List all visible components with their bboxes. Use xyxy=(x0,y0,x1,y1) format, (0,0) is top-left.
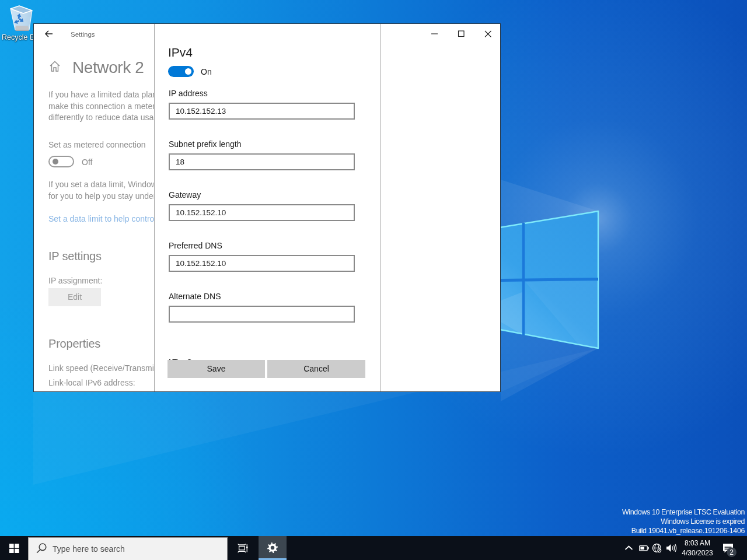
svg-text:2: 2 xyxy=(729,548,734,556)
